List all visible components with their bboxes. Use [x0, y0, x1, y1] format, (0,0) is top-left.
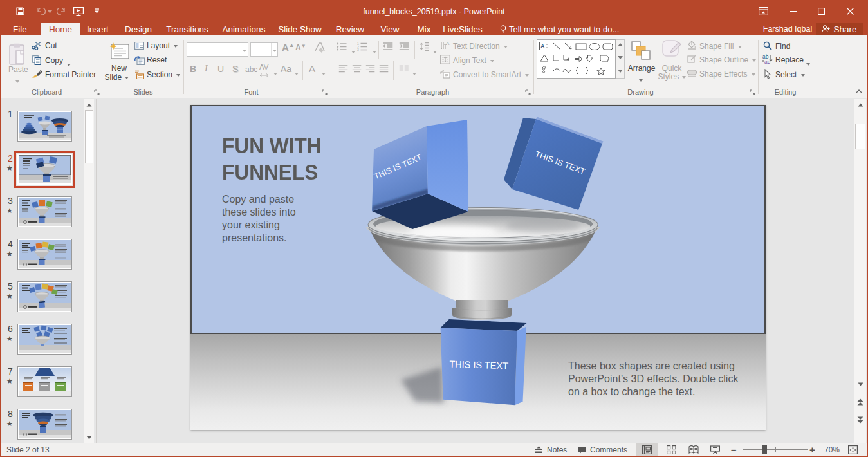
svg-text:A: A [446, 41, 450, 46]
svg-text:A: A [540, 43, 545, 50]
svg-text:3: 3 [357, 48, 359, 51]
svg-text:THIS IS TEXT: THIS IS TEXT [449, 359, 508, 371]
